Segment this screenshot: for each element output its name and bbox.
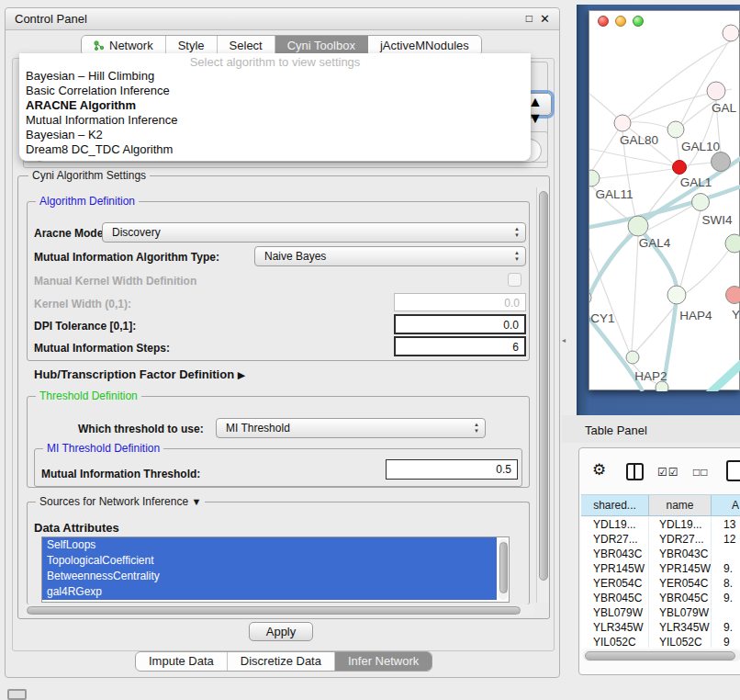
- algorithm-combobox-partial[interactable]: ▲▼: [527, 93, 552, 116]
- which-threshold-select[interactable]: MI Threshold ▲▼: [216, 418, 486, 438]
- tab-discretize-data[interactable]: Discretize Data: [228, 652, 335, 671]
- cell-name[interactable]: YBR045C: [649, 591, 712, 605]
- table-row[interactable]: YER054C YER054C 8.: [581, 576, 740, 591]
- attributes-scrollbar[interactable]: [499, 539, 508, 600]
- label-hap2: HAP2: [634, 369, 667, 383]
- mi-algorithm-type-select[interactable]: Naive Bayes ▲▼: [254, 246, 526, 266]
- mi-threshold-field[interactable]: 0.5: [386, 459, 518, 480]
- table-panel-title: Table Panel: [585, 423, 647, 437]
- table-body[interactable]: YDL19... YDL19... 13 YDR27... YDR27... 1…: [581, 517, 740, 648]
- splitter-handle[interactable]: ◂: [562, 336, 566, 344]
- attributes-scrollbar-thumb[interactable]: [499, 542, 508, 593]
- kernel-width-field[interactable]: 0.0: [394, 293, 526, 311]
- hub-factor-expander[interactable]: Hub/Transcription Factor Definition ▶: [34, 367, 245, 381]
- graph-labels: GAL GAL80 GAL10 GAL1 GAL11 SWI4 GAL4 GCY…: [589, 101, 740, 383]
- cell-shared[interactable]: YBR045C: [581, 591, 649, 605]
- settings-horizontal-scrollbar-thumb[interactable]: [27, 606, 521, 615]
- list-item-topologicalcoefficient[interactable]: TopologicalCoefficient: [42, 553, 497, 569]
- cell-shared[interactable]: YPR145W: [581, 561, 649, 576]
- cell-shared[interactable]: YBR043C: [581, 547, 649, 561]
- cell-shared[interactable]: YDL19...: [581, 517, 649, 532]
- cell-name[interactable]: YDR27...: [649, 532, 712, 547]
- cell-shared[interactable]: YIL052C: [581, 635, 649, 648]
- cell-value[interactable]: [712, 605, 740, 620]
- column-header-name[interactable]: name: [649, 495, 712, 515]
- list-item-selfloops[interactable]: SelfLoops: [42, 537, 497, 553]
- mi-threshold-label: Mutual Information Threshold:: [41, 468, 200, 480]
- cell-value[interactable]: 9: [712, 635, 740, 648]
- tab-impute-data[interactable]: Impute Data: [136, 652, 228, 671]
- list-item-betweennesscentrality[interactable]: BetweennessCentrality: [42, 569, 497, 584]
- table-row[interactable]: YPR145W YPR145W 9.: [581, 561, 740, 576]
- algorithm-option-aracne[interactable]: ARACNE Algorithm: [19, 98, 531, 113]
- algorithm-option-basic-correlation[interactable]: Basic Correlation Inference: [19, 84, 531, 98]
- show-columns-icon[interactable]: ☑☑: [657, 466, 679, 479]
- cell-name[interactable]: YER054C: [649, 576, 712, 591]
- manual-kernel-width-checkbox[interactable]: [508, 273, 521, 287]
- cell-value[interactable]: 12: [712, 532, 740, 547]
- cell-name[interactable]: YPR145W: [649, 561, 712, 576]
- list-item-gal4rgexp[interactable]: gal4RGexp: [42, 584, 497, 600]
- network-graph[interactable]: GAL GAL80 GAL10 GAL1 GAL11 SWI4 GAL4 GCY…: [589, 11, 740, 391]
- kernel-width-label: Kernel Width (0,1):: [34, 298, 131, 310]
- tab-network[interactable]: Network: [82, 36, 166, 55]
- settings-horizontal-scrollbar[interactable]: [24, 604, 534, 616]
- cell-name[interactable]: YBR043C: [649, 547, 712, 561]
- float-window-icon[interactable]: □: [526, 12, 533, 25]
- mi-steps-field[interactable]: 6: [394, 336, 526, 356]
- node-hap4: [667, 286, 686, 304]
- close-panel-icon[interactable]: ✕: [540, 12, 550, 26]
- combo-arrows-icon: ▲▼: [514, 250, 520, 263]
- settings-vertical-scrollbar-thumb[interactable]: [539, 191, 548, 581]
- cell-name[interactable]: YBL079W: [649, 605, 712, 620]
- cell-value[interactable]: 8.: [712, 576, 740, 591]
- data-attributes-list[interactable]: SelfLoops TopologicalCoefficient Between…: [41, 536, 510, 603]
- control-panel-titlebar: Control Panel □ ✕: [6, 8, 559, 30]
- cell-shared[interactable]: YBL079W: [581, 605, 649, 620]
- columns-icon[interactable]: [626, 463, 644, 480]
- tab-style[interactable]: Style: [166, 36, 218, 55]
- tab-cyni-toolbox[interactable]: Cyni Toolbox: [275, 36, 368, 55]
- column-header-shared-name[interactable]: shared...: [581, 495, 649, 515]
- algorithm-option-bayesian-k2[interactable]: Bayesian – K2: [19, 128, 531, 142]
- cell-value[interactable]: [712, 547, 740, 561]
- algorithm-option-mutual-information[interactable]: Mutual Information Inference: [19, 113, 531, 128]
- table-horizontal-scrollbar-thumb[interactable]: [585, 651, 735, 660]
- tab-select[interactable]: Select: [218, 36, 275, 55]
- cell-shared[interactable]: YDR27...: [581, 532, 649, 547]
- table-row[interactable]: YDR27... YDR27... 12: [581, 532, 740, 547]
- cell-name[interactable]: YLR345W: [649, 620, 712, 635]
- table-row[interactable]: YBR045C YBR045C 9.: [581, 591, 740, 605]
- algorithm-option-bayesian-hill-climbing[interactable]: Bayesian – Hill Climbing: [19, 69, 531, 84]
- algorithm-option-dream8[interactable]: Dream8 DC_TDC Algorithm: [19, 142, 531, 157]
- aracne-mode-label: Aracne Mode:: [34, 227, 107, 240]
- cell-shared[interactable]: YER054C: [581, 576, 649, 591]
- cell-value[interactable]: 9.: [712, 620, 740, 635]
- cell-name[interactable]: YDL19...: [649, 517, 712, 532]
- table-row[interactable]: YIL052C YIL052C 9: [581, 635, 740, 648]
- tab-jactivemnodules[interactable]: jActiveMNodules: [368, 36, 481, 55]
- dpi-tolerance-field[interactable]: 0.0: [394, 314, 526, 334]
- settings-vertical-scrollbar[interactable]: [536, 187, 549, 603]
- docked-panel-icon[interactable]: [7, 689, 27, 700]
- table-row[interactable]: YDL19... YDL19... 13: [581, 517, 740, 532]
- table-row[interactable]: YLR345W YLR345W 9.: [581, 620, 740, 635]
- table-panel: ⚙ ☑☑ □□ shared... name A YDL19... YDL19.…: [578, 447, 740, 675]
- table-horizontal-scrollbar[interactable]: [583, 649, 740, 661]
- cell-shared[interactable]: YLR345W: [581, 620, 649, 635]
- hide-columns-icon[interactable]: □□: [693, 466, 709, 479]
- cell-name[interactable]: YIL052C: [649, 635, 712, 648]
- tab-infer-network[interactable]: Infer Network: [335, 652, 432, 671]
- node-swi4: [692, 194, 710, 211]
- column-header-cut[interactable]: A: [712, 495, 740, 515]
- sources-legend[interactable]: Sources for Network Inference ▼: [36, 495, 205, 508]
- cell-value[interactable]: 9.: [712, 561, 740, 576]
- cell-value[interactable]: 13: [712, 517, 740, 532]
- table-row[interactable]: YBR043C YBR043C: [581, 547, 740, 561]
- apply-button[interactable]: Apply: [249, 622, 313, 641]
- aracne-mode-select[interactable]: Discovery ▲▼: [102, 222, 526, 243]
- table-row[interactable]: YBL079W YBL079W: [581, 605, 740, 620]
- gear-icon[interactable]: ⚙: [592, 460, 606, 480]
- cell-value[interactable]: 9.: [712, 591, 740, 605]
- new-column-icon[interactable]: [726, 460, 740, 481]
